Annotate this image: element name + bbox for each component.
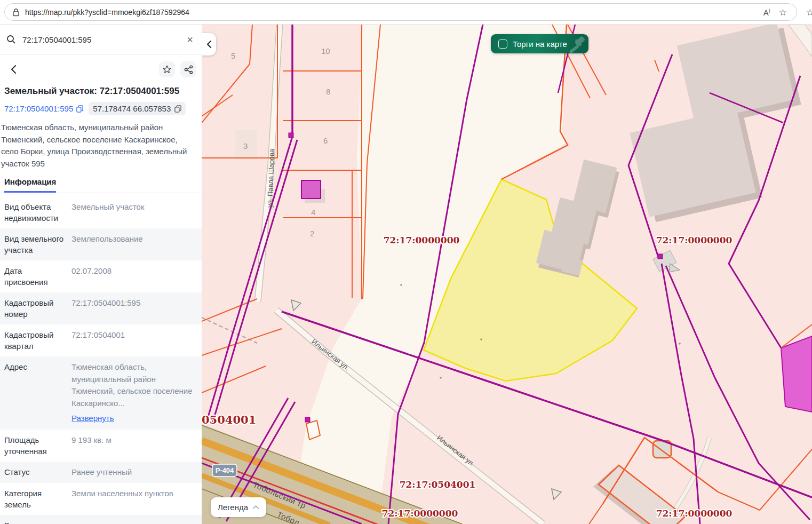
star-icon	[162, 65, 172, 74]
cadastral-number-text: 72:17:0504001:595	[4, 104, 73, 113]
svg-text:Р-404: Р-404	[216, 466, 234, 474]
svg-text:3: 3	[243, 141, 248, 150]
read-aloud-icon[interactable]: A)	[763, 8, 770, 17]
svg-text:6: 6	[323, 136, 328, 145]
table-row: Кадастровый квартал72:17:0504001	[0, 324, 202, 356]
url-text[interactable]: https://map.ru/pkk?ysclid=mmoekgi6zf1875…	[25, 8, 189, 17]
svg-text:72:17:0000000: 72:17:0000000	[382, 508, 458, 519]
favorite-button[interactable]	[159, 61, 175, 77]
svg-text:72:17:0000000: 72:17:0000000	[384, 235, 460, 245]
tabs: Информация	[0, 177, 202, 193]
address-summary: Тюменская область, муниципальный район Т…	[0, 118, 202, 170]
svg-text:72:17:0000000: 72:17:0000000	[656, 235, 733, 245]
search-bar: ×	[0, 25, 202, 55]
lock-icon[interactable]	[12, 8, 20, 17]
table-row-address: Адрес Тюменская область, муниципальный р…	[0, 356, 202, 430]
cadastral-map[interactable]: Р-404 ул. Павла Шарова Ильинская ул. Иль…	[202, 25, 812, 524]
table-row: Площадь уточненная9 193 кв. м	[0, 430, 202, 462]
address-value: Тюменская область, муниципальный район Т…	[71, 362, 193, 408]
torgi-checkbox[interactable]	[498, 39, 507, 49]
copy-icon[interactable]	[76, 105, 83, 113]
svg-text:2: 2	[310, 229, 314, 238]
torgi-label: Торги на карте	[513, 39, 567, 49]
expand-address-link[interactable]: Развернуть	[71, 412, 114, 425]
tab-information[interactable]: Информация	[4, 177, 56, 193]
table-row: Кадастровый номер72:17:0504001:595	[0, 292, 202, 324]
svg-text:10: 10	[321, 46, 330, 55]
gavel-icon	[567, 35, 587, 53]
map-canvas[interactable]: Р-404 ул. Павла Шарова Ильинская ул. Иль…	[202, 25, 812, 524]
chevron-left-icon	[11, 65, 17, 74]
back-button[interactable]	[5, 61, 21, 77]
table-row: Вид разрешенного использованиястроительн…	[0, 515, 202, 524]
svg-text:0504001: 0504001	[202, 413, 256, 426]
favorites-bar-icon[interactable]: ☆	[806, 7, 812, 18]
coordinates-text: 57.178474 66.057853	[93, 104, 171, 113]
table-row: Дата присвоения02.07.2008	[0, 260, 202, 292]
cadastral-number-link[interactable]: 72:17:0504001:595	[4, 104, 83, 113]
info-panel: × Земельный участок: 72:17:0504001:595 7…	[0, 25, 202, 524]
legend-button[interactable]: Легенда	[211, 497, 266, 517]
clear-search-icon[interactable]: ×	[185, 33, 195, 46]
share-icon	[184, 65, 193, 74]
search-icon[interactable]	[6, 35, 16, 44]
table-row: Вид земельного участкаЗемлепользование	[0, 228, 202, 260]
torgi-on-map-button[interactable]: Торги на карте	[491, 34, 588, 53]
legend-label: Легенда	[218, 503, 248, 512]
road-badge: Р-404	[212, 464, 237, 477]
page-title: Земельный участок: 72:17:0504001:595	[0, 83, 202, 98]
chevron-up-icon	[252, 505, 259, 510]
collapse-panel-button[interactable]	[202, 33, 216, 55]
chevron-left-icon	[206, 40, 212, 49]
favorite-star-icon[interactable]: ☆	[779, 7, 787, 18]
browser-chrome: https://map.ru/pkk?ysclid=mmoekgi6zf1875…	[0, 0, 812, 25]
svg-text:8: 8	[326, 87, 330, 96]
svg-text:4: 4	[311, 208, 315, 217]
table-row: Категория земельЗемли населенных пунктов	[0, 483, 202, 515]
svg-text:5: 5	[231, 51, 235, 60]
coordinates-chip[interactable]: 57.178474 66.057853	[89, 102, 186, 115]
svg-text:72:17:0000000: 72:17:0000000	[656, 508, 733, 519]
panel-header	[0, 55, 202, 83]
search-input[interactable]	[22, 35, 185, 44]
attributes-table: Вид объекта недвижимостиЗемельный участо…	[0, 196, 202, 524]
table-row: Вид объекта недвижимостиЗемельный участо…	[0, 196, 202, 228]
table-row: СтатусРанее учтенный	[0, 462, 202, 483]
address-bar[interactable]: https://map.ru/pkk?ysclid=mmoekgi6zf1875…	[4, 3, 797, 21]
copy-icon[interactable]	[174, 105, 181, 113]
share-button[interactable]	[180, 61, 196, 77]
svg-text:72:17:0504001: 72:17:0504001	[400, 479, 476, 490]
